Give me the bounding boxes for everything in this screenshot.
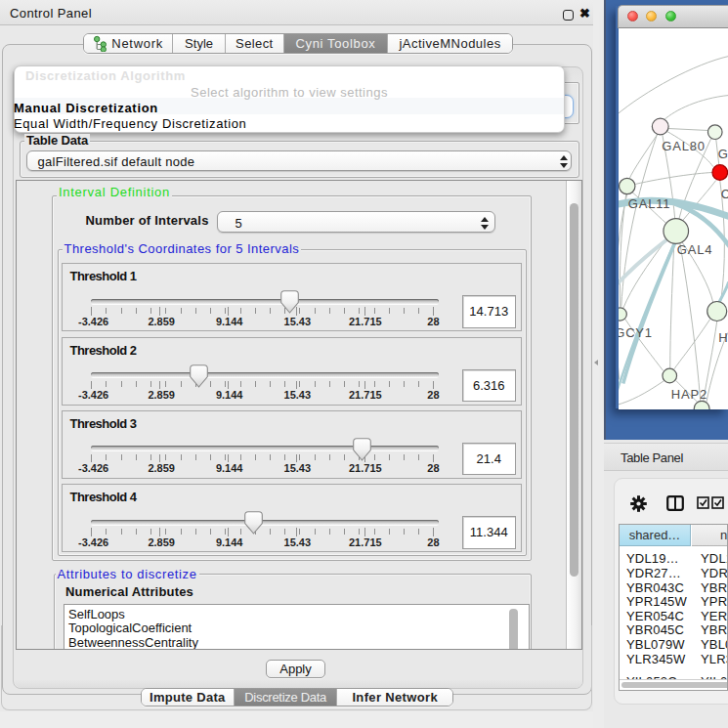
svg-text:CD: CD [720,186,728,200]
svg-text:H: H [718,329,728,344]
svg-text:GA: GA [717,146,728,160]
svg-text:GCY1: GCY1 [619,324,653,339]
svg-text:HAP2: HAP2 [670,386,707,401]
svg-text:GAL4: GAL4 [676,241,711,256]
svg-text:GAL11: GAL11 [627,195,670,210]
svg-text:GAL80: GAL80 [662,138,705,152]
